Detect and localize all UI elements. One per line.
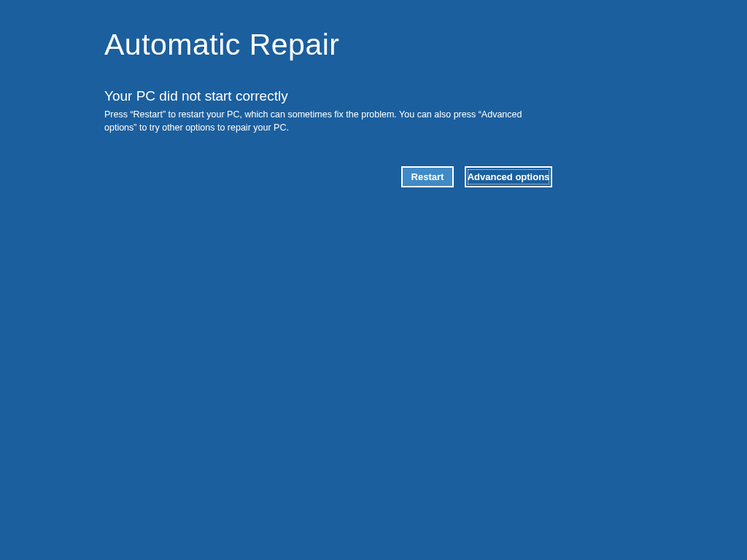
- restart-button[interactable]: Restart: [401, 166, 454, 187]
- advanced-options-button[interactable]: Advanced options: [465, 166, 552, 187]
- page-title: Automatic Repair: [104, 28, 747, 62]
- error-description: Press “Restart” to restart your PC, whic…: [104, 109, 546, 134]
- main-container: Automatic Repair Your PC did not start c…: [0, 0, 747, 187]
- button-row: Restart Advanced options: [104, 166, 747, 187]
- error-subtitle: Your PC did not start correctly: [104, 88, 747, 104]
